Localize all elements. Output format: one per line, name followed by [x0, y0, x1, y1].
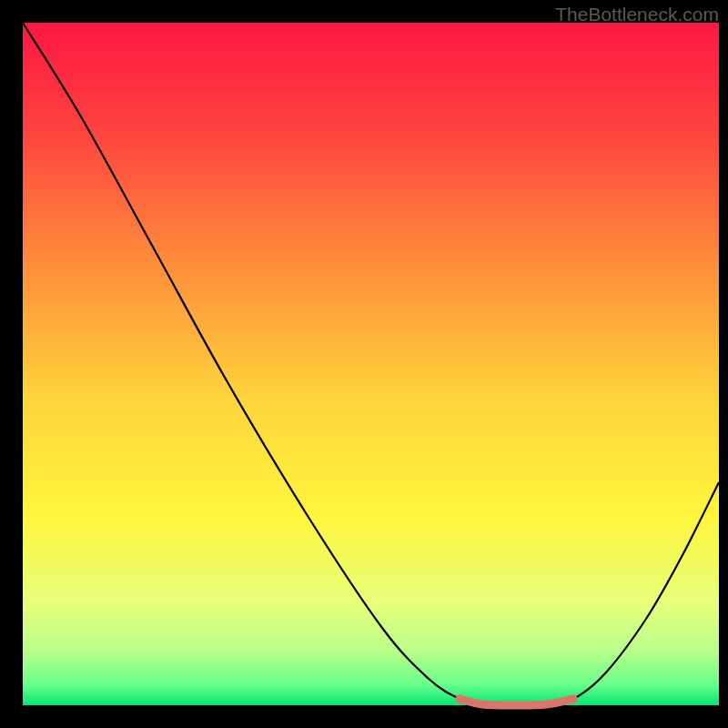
chart-container: TheBottleneck.com — [0, 0, 728, 728]
svg-point-0 — [456, 695, 464, 703]
watermark-text: TheBottleneck.com — [555, 4, 719, 25]
svg-point-1 — [570, 695, 578, 703]
chart-svg — [0, 0, 728, 728]
plot-background — [23, 23, 719, 705]
